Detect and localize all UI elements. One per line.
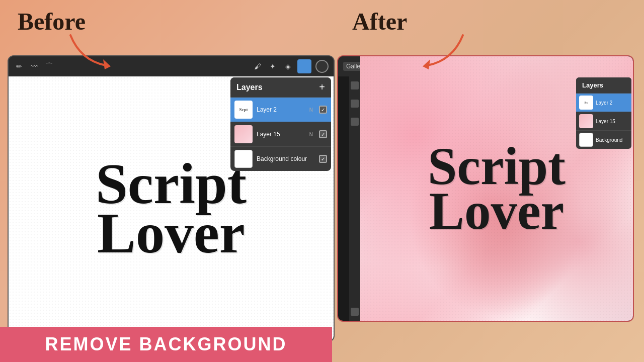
after-layer-15-name: Layer 15 (596, 119, 628, 124)
layer-15-name: Layer 15 (257, 131, 305, 138)
layers-title-before: Layers (236, 83, 263, 92)
svg-marker-1 (423, 59, 430, 69)
smudge-icon[interactable]: ⌒ (44, 61, 55, 72)
layer-15-checkbox[interactable] (319, 130, 327, 138)
before-toolbar: ✏ 〰 ⌒ 🖌 ✦ ◈ (9, 56, 334, 76)
after-layer-bg-name: Background (596, 137, 628, 143)
arrow-after-icon (408, 30, 468, 72)
after-layer-bg-thumb (579, 133, 593, 147)
bottom-banner: REMOVE BACKGROUND (0, 327, 332, 362)
after-layer-2-name: Layer 2 (596, 100, 628, 106)
banner-text: REMOVE BACKGROUND (45, 334, 287, 355)
layers-panel-after: Layers Sc Layer 2 Layer 15 Background (576, 77, 631, 149)
side-tool-2[interactable] (351, 100, 359, 108)
layer-2-checkbox[interactable] (319, 106, 327, 114)
side-tool-1[interactable] (351, 81, 359, 89)
layer-item-bg[interactable]: Background colour (230, 146, 331, 171)
layers-add-button[interactable]: + (319, 81, 325, 93)
undo-button[interactable] (351, 308, 359, 316)
layer-15-thumb (234, 125, 253, 143)
color-swatch[interactable] (297, 59, 311, 73)
layer-bg-checkbox[interactable] (319, 155, 327, 163)
ipad-before: ✏ 〰 ⌒ 🖌 ✦ ◈ Script Lover (8, 55, 335, 342)
layer-2-thumb: Scpt (234, 101, 253, 119)
layer-item-2[interactable]: Scpt Layer 2 N (230, 97, 331, 122)
svg-marker-0 (103, 59, 111, 69)
layer-2-mode: N (309, 107, 313, 113)
layer-bg-name: Background colour (257, 155, 315, 162)
after-layer-15-thumb (579, 114, 593, 128)
after-script-text: Script Lover (428, 144, 566, 234)
layer-item-15[interactable]: Layer 15 N (230, 122, 331, 146)
side-tool-3[interactable] (351, 118, 359, 126)
layers-header-before: Layers + (230, 77, 331, 97)
toolbar-right: 🖌 ✦ ◈ (252, 59, 329, 73)
paint-icon[interactable]: 🖌 (252, 61, 263, 72)
layer-bg-thumb (234, 150, 253, 168)
pencil-icon[interactable]: ✏ (14, 61, 25, 72)
ipad-after: Gallery 🔧 ✦ ≋ ⌒ 🖌 ✏ Scri (337, 55, 634, 322)
after-layer-15[interactable]: Layer 15 (576, 112, 631, 130)
after-label: After (352, 8, 407, 35)
layer-2-name: Layer 2 (257, 106, 305, 113)
brush-size[interactable] (315, 60, 329, 73)
side-tools (349, 76, 360, 321)
after-layer-bg[interactable]: Background (576, 130, 631, 149)
eyedrop-icon[interactable]: ✦ (267, 61, 278, 72)
layer-15-mode: N (309, 132, 313, 137)
after-layer-2-thumb: Sc (579, 96, 593, 110)
arrow-before-icon (65, 30, 126, 72)
after-layer-2[interactable]: Sc Layer 2 (576, 93, 631, 112)
after-layers-header: Layers (576, 77, 631, 93)
brush-icon[interactable]: 〰 (29, 61, 40, 72)
main-container: Before After ✏ 〰 ⌒ 🖌 ✦ ◈ (0, 0, 644, 362)
after-script-line2: Lover (428, 189, 566, 233)
after-layers-title: Layers (582, 81, 603, 89)
eraser-icon[interactable]: ◈ (282, 61, 293, 72)
layers-panel-before: Layers + Scpt Layer 2 N Layer 15 N (230, 77, 331, 171)
